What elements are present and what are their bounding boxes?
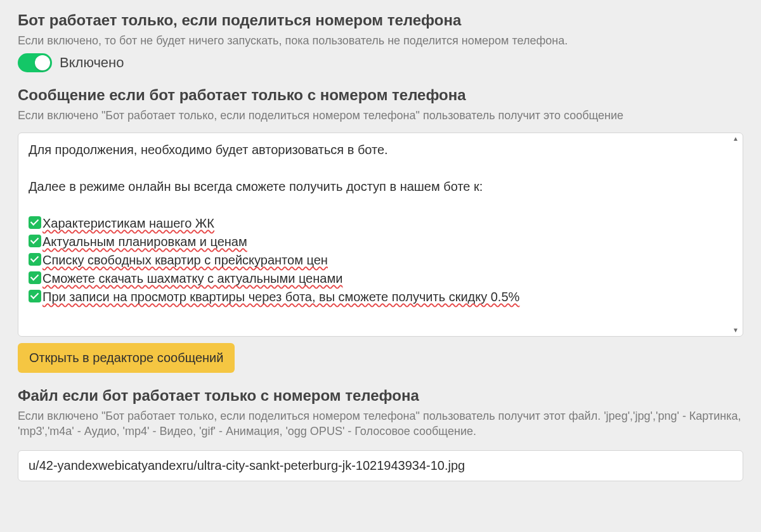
check-icon (29, 235, 41, 247)
message-line-1: Для продолжения, необходимо будет автори… (29, 141, 732, 159)
phone-file-input[interactable] (18, 450, 743, 481)
open-editor-button[interactable]: Открыть в редакторе сообщений (18, 343, 235, 373)
phone-message-body[interactable]: Для продолжения, необходимо будет автори… (18, 133, 743, 336)
phone-file-subtitle: Если включено "Бот работает только, если… (18, 408, 743, 439)
check-icon (29, 290, 41, 302)
require-phone-toggle[interactable] (18, 53, 52, 72)
message-item-1: Характеристикам нашего ЖК (29, 214, 732, 233)
message-item-4: Сможете скачать шахматку с актуальными ц… (29, 269, 732, 288)
check-icon (29, 253, 41, 266)
require-phone-subtitle: Если включено, то бот не будет ничего за… (18, 33, 743, 48)
message-item-3: Списку свободных квартир с прейскурантом… (29, 251, 732, 269)
require-phone-toggle-row: Включено (18, 53, 743, 72)
check-icon (29, 271, 41, 284)
phone-file-title: Файл если бот работает только с номером … (18, 387, 743, 405)
scroll-up-icon[interactable]: ▲ (731, 136, 740, 142)
phone-message-section: Сообщение если бот работает только с ном… (18, 86, 743, 372)
message-item-2: Актуальным планировкам и ценам (29, 233, 732, 251)
phone-message-subtitle: Если включено "Бот работает только, если… (18, 108, 743, 123)
scroll-down-icon[interactable]: ▼ (731, 327, 740, 334)
check-icon (29, 216, 41, 229)
require-phone-toggle-label: Включено (60, 55, 124, 71)
phone-message-textarea[interactable]: ▲ Для продолжения, необходимо будет авто… (18, 133, 743, 337)
phone-file-section: Файл если бот работает только с номером … (18, 387, 743, 482)
require-phone-section: Бот работает только, если поделиться ном… (18, 11, 743, 72)
toggle-knob (35, 55, 50, 70)
require-phone-title: Бот работает только, если поделиться ном… (18, 11, 743, 29)
phone-message-title: Сообщение если бот работает только с ном… (18, 86, 743, 104)
message-line-2: Далее в режиме онлайн вы всегда сможете … (29, 178, 732, 196)
message-item-5: При записи на просмотр квартиры через бо… (29, 288, 732, 306)
